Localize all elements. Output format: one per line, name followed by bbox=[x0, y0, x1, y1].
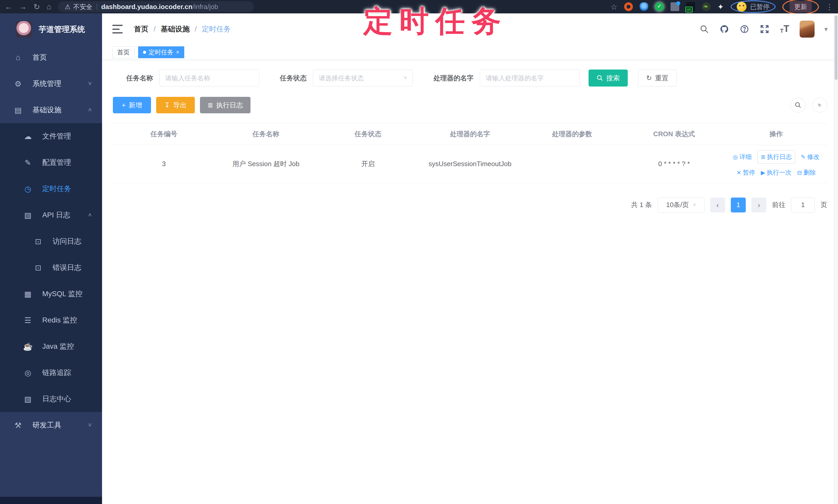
extension-icon-grid[interactable] bbox=[670, 2, 679, 11]
sidebar-item-error-logs[interactable]: 错误日志 bbox=[0, 254, 102, 281]
edit-icon bbox=[22, 158, 34, 167]
log-icon bbox=[22, 211, 34, 220]
avatar-dropdown-caret-icon[interactable] bbox=[824, 25, 828, 33]
address-bar[interactable]: 不安全 dashboard.yudao.iocoder.cn/infra/job bbox=[58, 1, 254, 12]
active-tab-dot bbox=[143, 51, 146, 54]
sidebar-item-home[interactable]: 首页 bbox=[0, 44, 102, 71]
close-icon[interactable] bbox=[176, 49, 179, 56]
sidebar-item-infrastructure[interactable]: 基础设施 bbox=[0, 97, 102, 123]
breadcrumb: 首页 / 基础设施 / 定时任务 bbox=[134, 24, 231, 34]
on-badge: on bbox=[685, 7, 693, 12]
page-content: 任务名称 任务状态 请选择任务状态 处理器的名字 bbox=[102, 60, 838, 213]
reset-button[interactable]: 重置 bbox=[638, 70, 677, 87]
breadcrumb-item-home[interactable]: 首页 bbox=[134, 24, 149, 34]
search-button[interactable]: 搜索 bbox=[589, 70, 628, 87]
sidebar-item-redis-monitor[interactable]: Redis 监控 bbox=[0, 307, 102, 333]
sidebar-item-label: 错误日志 bbox=[53, 263, 82, 272]
refresh-table-button[interactable] bbox=[812, 97, 827, 112]
sidebar-item-label: 研发工具 bbox=[33, 420, 61, 430]
user-avatar[interactable] bbox=[800, 21, 815, 38]
sidebar-item-api-logs[interactable]: API 日志 bbox=[0, 202, 102, 228]
cell-actions: 详细 执行日志 修改 bbox=[725, 145, 827, 183]
action-delete[interactable]: 删除 bbox=[797, 168, 816, 177]
task-name-input[interactable] bbox=[159, 70, 259, 87]
pagination-total: 共 1 条 bbox=[631, 200, 652, 210]
bookmark-star-icon[interactable] bbox=[610, 2, 617, 11]
page-scrollbar[interactable] bbox=[834, 13, 838, 504]
sidebar-item-file-management[interactable]: 文件管理 bbox=[0, 123, 102, 149]
chevron-down-icon bbox=[88, 80, 92, 87]
page-suffix: 页 bbox=[820, 200, 827, 210]
col-header-cron: CRON 表达式 bbox=[623, 123, 725, 145]
app-logo-row[interactable]: 芋道管理系统 bbox=[0, 13, 102, 44]
infrastructure-submenu: 文件管理 配置管理 定时任务 API 日志 访问日志 错误日志 bbox=[0, 123, 102, 412]
play-icon bbox=[761, 168, 765, 177]
extensions-puzzle-icon[interactable] bbox=[717, 2, 724, 11]
page-number-button[interactable]: 1 bbox=[731, 198, 746, 213]
scrollbar-thumb[interactable] bbox=[835, 15, 837, 80]
cell-cron: 0 * * * * ? * bbox=[623, 145, 725, 183]
extension-icon-orange[interactable] bbox=[624, 2, 633, 11]
browser-update-button[interactable]: 更新 bbox=[789, 1, 812, 13]
sidebar-item-access-logs[interactable]: 访问日志 bbox=[0, 228, 102, 254]
table-row: 3 用户 Session 超时 Job 开启 sysUserSessionTim… bbox=[113, 145, 827, 183]
search-icon[interactable] bbox=[699, 24, 710, 34]
task-status-label: 任务状态 bbox=[280, 74, 307, 83]
github-icon[interactable] bbox=[719, 24, 730, 34]
tab-home[interactable]: 首页 bbox=[112, 46, 135, 58]
jobs-table: 任务编号 任务名称 任务状态 处理器的名字 处理器的参数 CRON 表达式 操作… bbox=[113, 123, 827, 183]
browser-forward-icon[interactable] bbox=[19, 2, 27, 11]
add-button[interactable]: 新增 bbox=[113, 97, 151, 113]
action-exec-log[interactable]: 执行日志 bbox=[757, 150, 795, 164]
col-header-job-status: 任务状态 bbox=[317, 123, 419, 145]
font-size-icon[interactable] bbox=[780, 24, 790, 34]
browser-menu-icon[interactable] bbox=[826, 2, 833, 11]
security-label[interactable]: 不安全 bbox=[73, 3, 92, 11]
exec-log-button[interactable]: 执行日志 bbox=[200, 97, 250, 113]
sidebar-item-log-center[interactable]: 日志中心 bbox=[0, 386, 102, 412]
extension-icon-leaf[interactable] bbox=[702, 2, 711, 11]
page-size-select[interactable]: 10条/页 bbox=[658, 198, 704, 213]
sidebar-item-mysql-monitor[interactable]: MySQL 监控 bbox=[0, 281, 102, 307]
help-icon[interactable] bbox=[739, 24, 750, 34]
fullscreen-icon[interactable] bbox=[760, 24, 770, 34]
next-page-button[interactable] bbox=[751, 198, 766, 213]
chevron-down-icon bbox=[88, 421, 92, 429]
task-status-select[interactable]: 请选择任务状态 bbox=[313, 70, 413, 87]
sidebar-collapse-icon[interactable] bbox=[112, 25, 123, 34]
sidebar-item-scheduled-tasks[interactable]: 定时任务 bbox=[0, 176, 102, 202]
sidebar-item-label: 文件管理 bbox=[42, 131, 71, 141]
chevron-up-icon bbox=[88, 106, 92, 113]
action-pause[interactable]: 暂停 bbox=[736, 168, 755, 177]
export-button[interactable]: 导出 bbox=[156, 97, 195, 113]
breadcrumb-item-infrastructure[interactable]: 基础设施 bbox=[161, 24, 190, 34]
extension-icon-on-badge[interactable]: on bbox=[686, 2, 695, 11]
sidebar-item-trace[interactable]: 链路追踪 bbox=[0, 360, 102, 386]
extension-icon-blue[interactable] bbox=[640, 2, 648, 11]
col-header-actions: 操作 bbox=[725, 123, 827, 145]
action-run-once[interactable]: 执行一次 bbox=[761, 168, 792, 177]
tab-scheduled-tasks[interactable]: 定时任务 bbox=[138, 46, 184, 58]
action-edit[interactable]: 修改 bbox=[801, 152, 819, 162]
sidebar-item-label: 基础设施 bbox=[33, 105, 61, 115]
browser-home-icon[interactable] bbox=[47, 2, 51, 11]
clock-icon bbox=[22, 184, 34, 193]
browser-profile-chip[interactable]: 已暂停 bbox=[731, 0, 775, 13]
eye-icon bbox=[22, 368, 34, 377]
browser-back-icon[interactable] bbox=[5, 2, 12, 11]
sidebar-item-system-management[interactable]: 系统管理 bbox=[0, 71, 102, 97]
goto-page-input[interactable] bbox=[791, 198, 815, 213]
sidebar-item-dev-tools[interactable]: 研发工具 bbox=[0, 412, 102, 438]
extension-icon-green-check[interactable] bbox=[655, 2, 664, 11]
toggle-search-button[interactable] bbox=[790, 97, 805, 112]
action-detail[interactable]: 详细 bbox=[733, 152, 752, 162]
sidebar-item-label: 链路追踪 bbox=[42, 368, 71, 378]
browser-reload-icon[interactable] bbox=[34, 2, 40, 11]
cloud-upload-icon bbox=[22, 132, 34, 141]
prev-page-button[interactable] bbox=[710, 198, 725, 213]
handler-name-input[interactable] bbox=[480, 70, 580, 87]
sidebar-item-java-monitor[interactable]: Java 监控 bbox=[0, 333, 102, 360]
sidebar-item-config-management[interactable]: 配置管理 bbox=[0, 149, 102, 176]
chevron-down-icon bbox=[693, 202, 696, 208]
annotation-watermark: 定时任务 bbox=[363, 2, 508, 41]
